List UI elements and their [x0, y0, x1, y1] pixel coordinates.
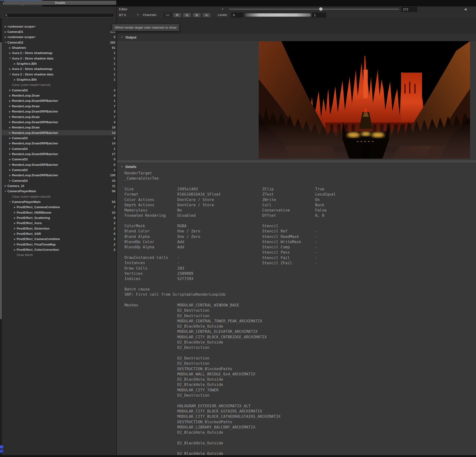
output-details-splitter[interactable] [117, 160, 476, 163]
disclosure-triangle-icon[interactable]: ▶ [8, 174, 12, 176]
channel-button[interactable]: G [183, 13, 191, 17]
disable-button[interactable]: Disable [4, 0, 116, 5]
disclosure-triangle-icon[interactable]: ▼ [8, 57, 12, 59]
tree-row[interactable]: ▶ Camera_UI 11 [2, 183, 116, 188]
tree-row[interactable]: Draw Mesh [2, 252, 116, 258]
tree-row[interactable]: ▶ RenderLoop.DrawSRPBatcher 14 [2, 130, 116, 135]
tree-row[interactable]: ▶ CameraD2 1 [2, 146, 116, 151]
tree-row[interactable]: ▶ CameraD2 5 [2, 157, 116, 162]
disclosure-triangle-icon[interactable]: ▶ [8, 169, 12, 171]
disclosure-triangle-icon[interactable]: ▼ [4, 190, 7, 192]
disclosure-triangle-icon[interactable]: ▶ [8, 89, 12, 91]
tree-row[interactable]: ▶ <unknown scope> 5 [2, 34, 116, 40]
tree-row[interactable]: ▶ RenderLoop.DrawSRPBatcher 4 [2, 119, 116, 125]
disclosure-triangle-icon[interactable]: ▶ [4, 31, 7, 33]
disclosure-triangle-icon[interactable]: ▶ [8, 121, 12, 123]
tree-row[interactable]: Clear (color+depth+stencil) [2, 194, 116, 199]
tree-row[interactable]: ▶ PostEffect_CameraCombine 7 [2, 205, 116, 210]
tree-row[interactable]: ▶ CameraD2 10 [2, 178, 116, 183]
tree-row[interactable]: ▶ CameraD2 3 [2, 88, 116, 93]
levels-ramp-slider[interactable] [245, 13, 311, 17]
disclosure-triangle-icon[interactable]: ▶ [13, 249, 17, 251]
target-dropdown[interactable]: Editor ▼ [119, 7, 224, 11]
channel-button[interactable]: R [173, 13, 181, 17]
tree-row[interactable]: ▶ RenderLoop.Draw 18 [2, 125, 116, 130]
details-section-header[interactable]: ▼ Details [117, 163, 476, 170]
tree-row[interactable]: ▶ RenderLoop.Draw 7 [2, 103, 116, 109]
disclosure-triangle-icon[interactable]: ▶ [13, 222, 17, 224]
foldout-triangle-icon[interactable]: ▼ [121, 36, 123, 39]
tree-row[interactable]: ▶ PostEffect_Distortion 2 [2, 226, 116, 231]
disclosure-triangle-icon[interactable]: ▶ [4, 25, 7, 28]
tree-row[interactable]: ▶ PostEffect_ColorCorrection 2 [2, 247, 116, 252]
search-input[interactable] [8, 13, 109, 17]
disclosure-triangle-icon[interactable]: ▶ [8, 179, 12, 182]
tree-row[interactable]: ▼ Aura 2 : Store shadow data 1 [2, 56, 116, 61]
tree-row[interactable]: ▶ PostEffect_Aura 2 [2, 221, 116, 226]
disclosure-triangle-icon[interactable]: ▶ [8, 52, 12, 54]
disclosure-triangle-icon[interactable]: ▶ [4, 185, 7, 187]
rt-dropdown[interactable]: RT 0 ▼ [119, 13, 139, 17]
tree-row[interactable]: ▶ CameraD2 2 [2, 135, 116, 141]
tree-row[interactable]: ▶ Graphics.Blit 1 [2, 61, 116, 66]
tree-row[interactable]: ▶ Aura 2 : Store shadowmap 1 [2, 66, 116, 72]
tree-row[interactable]: ▶ PostEffect_Scattering 8 [2, 215, 116, 220]
disclosure-triangle-icon[interactable]: ▶ [13, 217, 17, 219]
disclosure-triangle-icon[interactable]: ▶ [8, 68, 12, 70]
disclosure-triangle-icon[interactable]: ▶ [8, 158, 12, 161]
tree-row[interactable]: ▶ PostEffect_FinalToneMap 2 [2, 242, 116, 247]
disclosure-triangle-icon[interactable]: ▶ [8, 163, 12, 166]
tree-row[interactable]: ▶ PostEffect_CameraCombine 2 [2, 236, 116, 242]
disclosure-triangle-icon[interactable]: ▶ [8, 153, 12, 155]
tree-scrollbar-track[interactable] [0, 18, 2, 455]
tree-scrollbar-thumb[interactable] [0, 42, 2, 319]
frame-number-field[interactable]: 272 [401, 7, 417, 12]
tree-row[interactable]: ▼ CameraD2 282 [2, 40, 116, 45]
disclosure-triangle-icon[interactable]: ▶ [8, 148, 12, 150]
disclosure-triangle-icon[interactable]: ▶ [13, 227, 17, 230]
tree-row[interactable]: ▶ PostEffect_HDRBloom 23 [2, 210, 116, 215]
disclosure-triangle-icon[interactable]: ▶ [13, 206, 17, 208]
disclosure-triangle-icon[interactable]: ▶ [8, 126, 12, 129]
tree-row[interactable]: ▶ RenderLoop.DrawSRPBatcher 5 [2, 162, 116, 167]
channel-button[interactable]: B [193, 13, 201, 17]
tree-row[interactable]: ▶ RenderLoop.DrawSRPBatcher 17 [2, 151, 116, 157]
prev-frame-icon[interactable]: ◀ [464, 7, 467, 11]
tree-row[interactable]: ▶ RenderLoop.DrawSRPBatcher 100 [2, 173, 116, 178]
tree-row[interactable]: Clear (color+depth+stencil) [2, 82, 116, 88]
frame-slider-track[interactable] [229, 9, 399, 9]
output-section-header[interactable]: ▼ Output [117, 33, 476, 41]
disclosure-triangle-icon[interactable]: ▶ [8, 116, 12, 118]
disclosure-triangle-icon[interactable]: ▶ [8, 105, 12, 107]
disclosure-triangle-icon[interactable]: ▶ [13, 63, 17, 65]
channel-button[interactable]: All [163, 13, 172, 17]
tree-row[interactable]: ▶ Aura 2 : Store shadowmap 1 [2, 50, 116, 56]
levels-min-field[interactable]: 0 [231, 13, 243, 17]
disclosure-triangle-icon[interactable]: ▶ [8, 137, 12, 139]
tree-row[interactable]: ▶ RenderLoop.Draw 7 [2, 114, 116, 119]
tree-row[interactable]: ▶ RenderLoop.DrawSRPBatcher 14 [2, 141, 116, 146]
disclosure-triangle-icon[interactable]: ▶ [13, 243, 17, 246]
tree-row[interactable]: ▼ CameraPlayerMain 55 [2, 199, 116, 204]
tree-row[interactable]: ▶ RenderLoop.DrawSRPBatcher 1 [2, 98, 116, 103]
disclosure-triangle-icon[interactable]: ▼ [4, 41, 7, 43]
disclosure-triangle-icon[interactable]: ▶ [13, 233, 17, 235]
disclosure-triangle-icon[interactable]: ▶ [8, 142, 12, 145]
tree-row[interactable]: ▼ CameraPlayerMain 56 [2, 189, 116, 194]
tree-row[interactable]: ▶ Graphics.Blit 1 [2, 77, 116, 82]
disclosure-triangle-icon[interactable]: ▶ [13, 78, 17, 81]
channel-button[interactable]: A [202, 13, 211, 17]
disclosure-triangle-icon[interactable]: ▶ [13, 238, 17, 240]
tree-row[interactable]: ▶ PostEffect_SSR 6 [2, 231, 116, 236]
tree-row[interactable]: ▶ <unknown scope> 1 [2, 24, 116, 29]
tree-row[interactable]: ▶ Shadows 61 [2, 45, 116, 50]
disclosure-triangle-icon[interactable]: ▶ [8, 100, 12, 102]
foldout-triangle-icon[interactable]: ▼ [121, 166, 123, 168]
disclosure-triangle-icon[interactable]: ▶ [8, 110, 12, 113]
disclosure-triangle-icon[interactable]: ▶ [4, 36, 7, 38]
disclosure-triangle-icon[interactable]: ▼ [8, 73, 12, 75]
tree-row[interactable]: ▶ CameraD2 1 [2, 167, 116, 173]
tree-row[interactable]: ▶ RenderLoop.Draw 4 [2, 93, 116, 98]
search-box[interactable] [3, 13, 114, 17]
tree-row[interactable]: ▶ RenderLoop.DrawSRPBatcher 3 [2, 109, 116, 114]
